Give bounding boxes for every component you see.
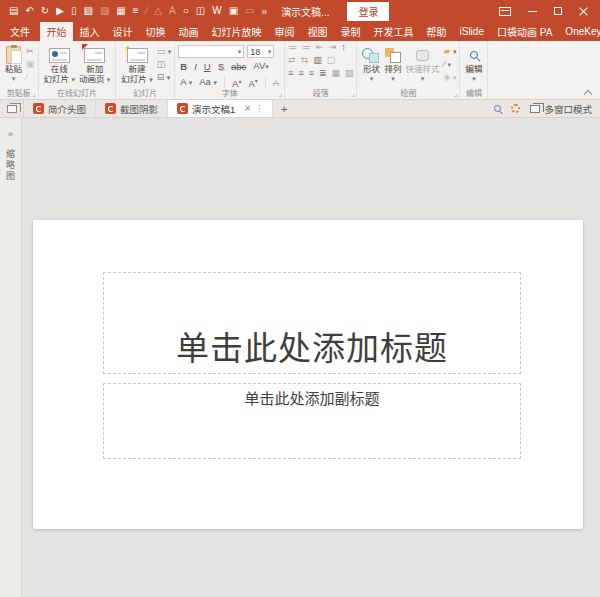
tab-transitions[interactable]: 切换: [139, 22, 172, 41]
thumbnail-pane-label[interactable]: 缩略图: [4, 149, 17, 182]
tab-file[interactable]: 文件: [0, 22, 40, 41]
expand-pane-icon[interactable]: »: [8, 129, 13, 139]
print-preview-icon[interactable]: ▧: [83, 6, 92, 16]
doc-tab-2[interactable]: 截图阴影: [96, 100, 168, 117]
titlebar: ▤ ↶ ↻ ▶ ▯ ▧ ▨ ▦ ≡ ∕ △ A ○ ◫ W ▣ ▭ » 演示文稿…: [0, 0, 600, 22]
doc-tab-1[interactable]: 简介头图: [24, 100, 96, 117]
tab-islide[interactable]: iSlide: [453, 22, 490, 41]
animation-tool-icon[interactable]: W: [212, 6, 221, 16]
quick-styles-icon: [416, 50, 429, 61]
shapes-icon: [362, 48, 380, 63]
tab-pocket-animation[interactable]: 口袋动画 PA: [490, 22, 558, 41]
shapes-button[interactable]: 形状 ▾: [360, 45, 382, 83]
format-painter-icon: ∕: [26, 72, 35, 83]
font-name-combobox[interactable]: ▾: [178, 45, 244, 58]
save-icon[interactable]: ▤: [9, 6, 18, 16]
underline-button[interactable]: U: [202, 61, 213, 73]
close-tab-icon[interactable]: ✕: [244, 104, 251, 113]
tab-record[interactable]: 录制: [334, 22, 367, 41]
text-box-icon: ▢: [327, 55, 336, 66]
powerpoint-window: ▤ ↶ ↻ ▶ ▯ ▧ ▨ ▦ ≡ ∕ △ A ○ ◫ W ▣ ▭ » 演示文稿…: [0, 0, 600, 597]
align-right-icon[interactable]: ≡: [309, 68, 314, 79]
redo-icon[interactable]: ↻: [41, 6, 49, 16]
title-placeholder[interactable]: 单击此处添加标题: [103, 272, 521, 374]
font-dialog-launcher[interactable]: ⌟: [279, 90, 282, 98]
circle-shape-icon[interactable]: ○: [183, 6, 189, 16]
tab-home[interactable]: 开始: [40, 22, 73, 41]
bold-button[interactable]: B: [178, 61, 189, 73]
clipboard-dialog-launcher[interactable]: ⌟: [32, 90, 35, 98]
shape-outline-icon[interactable]: ∕ ▾: [444, 59, 457, 70]
subtitle-placeholder[interactable]: 单击此处添加副标题: [103, 383, 521, 459]
tab-design[interactable]: 设计: [106, 22, 139, 41]
strikethrough-button[interactable]: abc: [229, 61, 248, 73]
table-icon[interactable]: ◫: [196, 6, 205, 16]
tab-list-button[interactable]: [0, 100, 24, 117]
new-file-icon[interactable]: ▯: [71, 6, 77, 16]
gear-icon[interactable]: [511, 104, 520, 113]
justify-icon[interactable]: ≣: [319, 68, 327, 79]
pen-icon: ∕: [146, 6, 148, 16]
drawing-dialog-launcher[interactable]: ⌟: [454, 90, 457, 98]
new-slide-button[interactable]: ✦ 新建 幻灯片 ▾: [119, 45, 154, 85]
undo-icon[interactable]: ↶: [25, 6, 33, 16]
new-animation-page-button[interactable]: 新加 动画页 ▾: [77, 45, 112, 85]
new-slide-icon: ✦: [127, 48, 148, 63]
editing-button[interactable]: 编辑 ▾: [463, 45, 484, 83]
minimize-icon[interactable]: [528, 11, 537, 12]
chevron-down-icon: ▾: [238, 48, 242, 56]
group-online-slides: 在线 幻灯片 ▾ 新加 动画页 ▾ 在线幻灯片: [39, 41, 117, 99]
clipboard-icon: [6, 46, 21, 64]
paragraph-format-icon[interactable]: ≡: [133, 6, 139, 16]
layout-icon[interactable]: ▭ ▾: [157, 46, 172, 57]
decrease-indent-icon: ⇤: [316, 42, 324, 53]
rtl-icon: ⇆: [301, 55, 309, 66]
ribbon-display-options-icon[interactable]: [499, 7, 511, 16]
workspace: » 缩略图 单击此处添加标题 单击此处添加副标题: [0, 118, 600, 597]
section-icon[interactable]: ⊟ ▾: [157, 72, 172, 83]
close-icon[interactable]: [579, 7, 588, 16]
new-tab-button[interactable]: +: [273, 100, 295, 117]
multi-window-mode-button[interactable]: 多窗口模式: [530, 102, 592, 116]
tab-review[interactable]: 审阅: [268, 22, 301, 41]
tab-menu-icon[interactable]: ⋮: [255, 104, 263, 113]
qat-more-icon[interactable]: »: [262, 6, 268, 17]
maximize-icon[interactable]: [554, 7, 562, 15]
tab-animations[interactable]: 动画: [172, 22, 205, 41]
online-slides-button[interactable]: 在线 幻灯片 ▾: [42, 45, 77, 85]
tab-insert[interactable]: 插入: [73, 22, 106, 41]
copy-pages-icon[interactable]: ▣: [229, 6, 238, 16]
start-slideshow-icon[interactable]: ▶: [56, 6, 64, 16]
copy-icon: ▣: [26, 59, 35, 70]
layout-tool-icon: ▭: [245, 6, 254, 16]
tab-help[interactable]: 帮助: [420, 22, 453, 41]
italic-button[interactable]: I: [192, 61, 199, 73]
character-spacing-button[interactable]: AV▾: [251, 60, 270, 73]
line-spacing-icon[interactable]: ↕: [341, 42, 346, 53]
tab-onekey-lite[interactable]: OneKey Lite: [559, 22, 600, 41]
font-size-combobox[interactable]: 18 ▾: [247, 45, 274, 58]
text-shadow-button[interactable]: S: [216, 61, 226, 73]
subtitle-placeholder-text: 单击此处添加副标题: [244, 384, 379, 408]
cut-icon[interactable]: ✂: [26, 46, 35, 57]
tab-view[interactable]: 视图: [301, 22, 334, 41]
shape-fill-icon[interactable]: ▰ ▾: [444, 46, 457, 57]
sign-in-button[interactable]: 登录: [347, 2, 389, 21]
doc-tab-3-active[interactable]: 演示文稿1 ✕ ⋮: [168, 100, 273, 117]
zoom-search-icon[interactable]: [494, 105, 501, 112]
columns-icon[interactable]: ▥: [313, 55, 322, 66]
group-font: ▾ 18 ▾ B I U S abc AV▾ A ▾ Aa ▾ A▴ A: [175, 41, 285, 99]
slide: 单击此处添加标题 单击此处添加副标题: [33, 220, 583, 529]
collapse-ribbon-icon[interactable]: [585, 89, 592, 96]
tab-developer[interactable]: 开发工具: [367, 22, 420, 41]
increase-indent-icon: ⇥: [329, 42, 337, 53]
paragraph-dialog-launcher[interactable]: ⌟: [351, 90, 354, 98]
arrange-button[interactable]: 排列 ▾: [382, 45, 403, 83]
align-left-icon[interactable]: ≡: [288, 68, 293, 79]
paste-special-icon: ▨: [100, 6, 109, 16]
reset-slide-icon[interactable]: ◫: [157, 59, 172, 70]
align-center-icon[interactable]: ≡: [298, 68, 303, 79]
paste-button[interactable]: 粘贴 ▾: [3, 45, 24, 83]
tab-slideshow[interactable]: 幻灯片放映: [205, 22, 268, 41]
grid-icon[interactable]: ▦: [116, 6, 125, 16]
